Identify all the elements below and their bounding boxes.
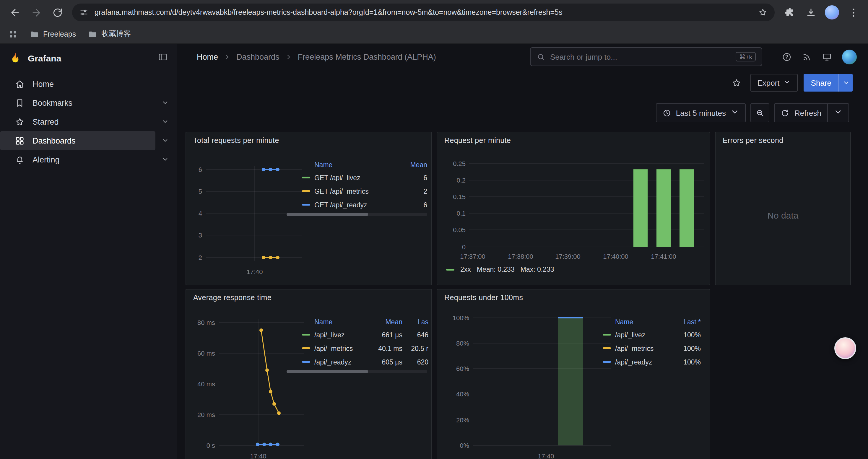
- legend-col-mean[interactable]: Mean: [404, 161, 427, 168]
- svg-text:17:39:00: 17:39:00: [555, 253, 581, 260]
- chevron-down-icon[interactable]: [161, 98, 169, 109]
- svg-text:17:41:00: 17:41:00: [651, 253, 676, 260]
- export-button[interactable]: Export: [750, 74, 798, 92]
- chevron-down-icon[interactable]: [161, 136, 169, 147]
- help-icon[interactable]: [782, 52, 792, 62]
- series-swatch: [302, 204, 310, 205]
- clock-icon: [662, 108, 671, 117]
- chevron-down-icon[interactable]: [161, 155, 169, 166]
- browser-profile-avatar[interactable]: [822, 2, 842, 23]
- svg-text:17:40: 17:40: [246, 268, 262, 275]
- panel-average-response-time[interactable]: Average response time 80 ms60 ms40 ms20 …: [186, 289, 432, 459]
- panel-errors-per-second[interactable]: Errors per second No data: [715, 132, 851, 285]
- legend-row[interactable]: GET /api/_metrics 2: [302, 184, 427, 198]
- back-icon[interactable]: [5, 2, 25, 23]
- bookmark-icon: [15, 98, 25, 108]
- legend-scrollbar[interactable]: [286, 213, 427, 216]
- user-avatar[interactable]: [842, 49, 857, 64]
- panel-title[interactable]: Requests under 100ms: [444, 294, 523, 302]
- search-shortcut: ⌘+k: [736, 52, 756, 61]
- svg-text:17:40:00: 17:40:00: [603, 253, 628, 260]
- sidebar-item-bookmarks[interactable]: Bookmarks: [0, 93, 177, 112]
- reload-icon[interactable]: [47, 2, 67, 23]
- svg-text:2: 2: [198, 254, 202, 261]
- svg-text:80 ms: 80 ms: [197, 319, 215, 326]
- panel-title[interactable]: Average response time: [193, 294, 272, 302]
- legend-row[interactable]: /api/_metrics 40.1 ms 20.5 r: [302, 341, 428, 355]
- legend-col-last[interactable]: Las: [402, 318, 428, 325]
- legend-col-mean[interactable]: Mean: [369, 318, 402, 325]
- legend-col-name[interactable]: Name: [302, 161, 404, 168]
- chevron-down-icon: [731, 107, 740, 118]
- search-input[interactable]: Search or jump to... ⌘+k: [530, 47, 762, 66]
- legend-row[interactable]: 2xx Mean: 0.233 Max: 0.233: [446, 266, 554, 273]
- sidebar-item-alerting[interactable]: Alerting: [0, 150, 177, 169]
- chevron-down-icon[interactable]: [834, 107, 843, 118]
- legend-row[interactable]: /api/_livez 100%: [603, 328, 701, 341]
- refresh-button[interactable]: Refresh: [774, 103, 849, 122]
- panel-title[interactable]: Request per minute: [444, 136, 511, 145]
- scrollbar-thumb[interactable]: [286, 370, 368, 373]
- folder-icon: [30, 29, 39, 39]
- breadcrumb-home[interactable]: Home: [197, 52, 218, 61]
- browser-toolbar: grafana.mathmast.com/d/deytv4rwavabkb/fr…: [0, 0, 868, 25]
- legend-row[interactable]: /api/_livez 661 µs 646: [302, 328, 428, 341]
- zoom-out-button[interactable]: [751, 103, 770, 122]
- extensions-icon[interactable]: [779, 2, 800, 23]
- svg-text:17:37:00: 17:37:00: [460, 253, 486, 260]
- svg-text:80%: 80%: [456, 340, 469, 347]
- bar-chart: 0.250.20.150.10.05017:37:0017:38:0017:39…: [438, 150, 707, 263]
- legend-scrollbar[interactable]: [286, 370, 427, 373]
- legend-col-name[interactable]: Name: [302, 318, 369, 325]
- url-text[interactable]: grafana.mathmast.com/d/deytv4rwavabkb/fr…: [95, 8, 752, 17]
- downloads-icon[interactable]: [801, 2, 821, 23]
- dock-menu-icon[interactable]: [158, 52, 168, 64]
- panel-requests-under-100ms[interactable]: Requests under 100ms 100%80%60%40%20%0%1…: [437, 289, 710, 459]
- panel-title[interactable]: Errors per second: [723, 136, 783, 145]
- panel-request-per-minute[interactable]: Request per minute 0.250.20.150.10.05017…: [437, 132, 710, 285]
- news-rss-icon[interactable]: [802, 52, 812, 62]
- forward-icon[interactable]: [26, 2, 46, 23]
- address-bar[interactable]: grafana.mathmast.com/d/deytv4rwavabkb/fr…: [72, 4, 775, 21]
- series-swatch: [446, 268, 454, 270]
- legend-col-last[interactable]: Last *: [674, 318, 701, 325]
- folder-icon: [88, 29, 97, 39]
- legend-row[interactable]: GET /api/_readyz 6: [302, 198, 427, 211]
- share-menu-chevron-icon[interactable]: [838, 74, 852, 92]
- grafana-logo[interactable]: [9, 52, 22, 64]
- dashboards-icon: [15, 136, 25, 145]
- favorite-star-icon[interactable]: [729, 75, 744, 90]
- panel-title[interactable]: Total requests per minute: [193, 136, 279, 145]
- time-range-picker[interactable]: Last 5 minutes: [656, 103, 746, 122]
- svg-text:20 ms: 20 ms: [197, 411, 215, 419]
- scrollbar-thumb[interactable]: [286, 213, 368, 216]
- chevron-down-icon[interactable]: [161, 117, 169, 128]
- legend-row[interactable]: GET /api/_livez 6: [302, 171, 427, 184]
- legend-row[interactable]: /api/_readyz 605 µs 620: [302, 355, 428, 369]
- sidebar-item-starred[interactable]: Starred: [0, 112, 177, 131]
- bookmark-folder-freeleaps[interactable]: Freeleaps: [30, 29, 76, 39]
- monitor-icon[interactable]: [822, 52, 832, 62]
- svg-text:6: 6: [198, 166, 202, 173]
- assistant-avatar[interactable]: [834, 337, 856, 359]
- panel-total-requests-per-minute[interactable]: Total requests per minute 6543217:40 Nam…: [186, 132, 432, 285]
- legend-table: Name Last * /api/_livez 100% /api/_metri…: [603, 316, 701, 369]
- bookmark-folder-blog[interactable]: 收藏博客: [88, 29, 131, 39]
- legend-row[interactable]: /api/_metrics 100%: [603, 341, 701, 355]
- share-button[interactable]: Share: [804, 74, 852, 92]
- legend-table: Name Mean Las /api/_livez 661 µs 646 /ap…: [302, 316, 428, 369]
- sidebar-item-home[interactable]: Home: [0, 74, 177, 93]
- svg-text:3: 3: [198, 232, 202, 239]
- legend-row[interactable]: /api/_readyz 100%: [603, 355, 701, 369]
- site-settings-icon[interactable]: [79, 8, 89, 17]
- series-swatch: [302, 190, 310, 192]
- svg-text:0: 0: [462, 243, 466, 251]
- sidebar: Grafana Home Bookmarks: [0, 44, 177, 459]
- apps-grid-icon[interactable]: [8, 29, 18, 39]
- breadcrumb-dashboards[interactable]: Dashboards: [236, 52, 279, 61]
- legend-col-name[interactable]: Name: [603, 318, 674, 325]
- browser-menu-icon[interactable]: [843, 2, 863, 23]
- bookmark-star-icon[interactable]: [758, 8, 768, 17]
- sidebar-item-dashboards[interactable]: Dashboards: [0, 131, 177, 150]
- bell-icon: [15, 155, 25, 165]
